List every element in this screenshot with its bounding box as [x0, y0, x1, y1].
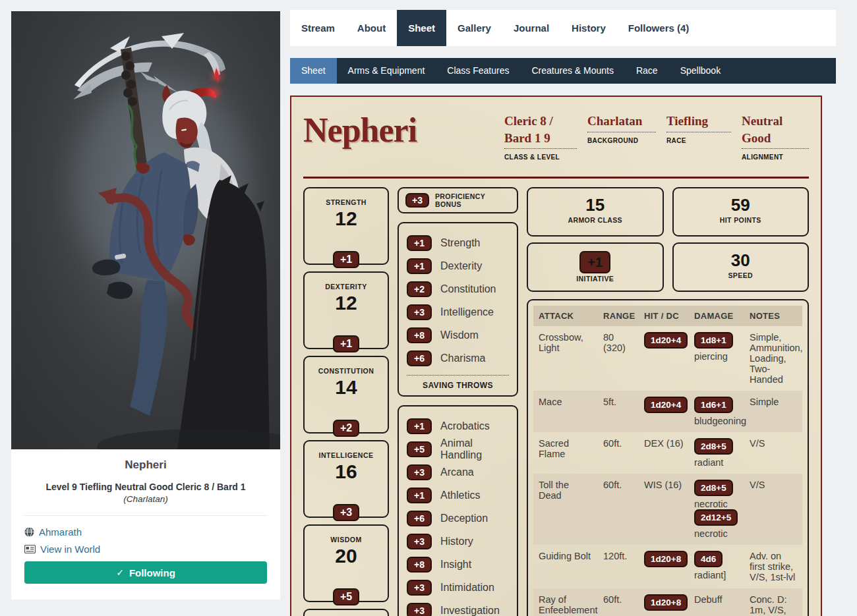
- field-label: ALIGNMENT: [742, 154, 809, 161]
- skill-modifier-badge[interactable]: +1: [407, 488, 432, 503]
- save-modifier-badge[interactable]: +8: [407, 327, 432, 343]
- damage-roll-badge[interactable]: 2d8+5: [694, 480, 733, 496]
- damage-roll-badge[interactable]: 1d6+1: [694, 397, 733, 413]
- save-modifier-badge[interactable]: +2: [407, 281, 432, 297]
- attack-notes-cell: Adv. on first strike, V/S, 1st-lvl: [744, 545, 802, 588]
- damage-roll-badge[interactable]: 2d12+5: [694, 509, 738, 526]
- save-modifier-badge[interactable]: +1: [407, 258, 432, 274]
- save-modifier-badge[interactable]: +1: [407, 235, 432, 251]
- skill-modifier-badge[interactable]: +3: [407, 534, 432, 549]
- hit-roll-badge[interactable]: 1d20+8: [644, 551, 688, 567]
- abilities-column: STRENGTH12+1DEXTERITY12+1CONSTITUTION14+…: [303, 187, 389, 616]
- subtab-arms-equipment[interactable]: Arms & Equipment: [337, 58, 436, 84]
- damage-type-label: radiant: [694, 457, 739, 468]
- ability-modifier-badge[interactable]: +2: [333, 420, 359, 437]
- subtab-class-features[interactable]: Class Features: [436, 58, 520, 84]
- save-modifier-badge[interactable]: +6: [407, 350, 432, 366]
- damage-roll-badge[interactable]: 2d8+5: [694, 438, 733, 455]
- tab-journal[interactable]: Journal: [502, 10, 560, 46]
- attack-notes-cell: Simple: [744, 391, 802, 432]
- damage-roll-badge[interactable]: 1d8+1: [694, 332, 733, 349]
- attack-range-cell: 80 (320): [598, 326, 639, 391]
- tab-gallery[interactable]: Gallery: [446, 10, 502, 46]
- ability-box-constitution: CONSTITUTION14+2: [303, 356, 389, 434]
- stat-label: HIT POINTS: [674, 216, 808, 224]
- skill-modifier-badge[interactable]: +3: [407, 464, 432, 480]
- ability-box-intelligence: INTELLIGENCE16+3: [303, 440, 389, 518]
- attack-col-header: DAMAGE: [689, 306, 744, 326]
- ability-modifier-badge[interactable]: +1: [333, 335, 359, 352]
- skill-row-deception: +6Deception: [407, 507, 509, 530]
- character-summary: Level 9 Tiefling Neutral Good Cleric 8 /…: [24, 482, 267, 492]
- character-sheet: Nepheri Cleric 8 / Bard 1 9CLASS & LEVEL…: [290, 96, 822, 616]
- ability-modifier-badge[interactable]: +5: [333, 588, 359, 605]
- skill-modifier-badge[interactable]: +6: [407, 511, 432, 526]
- stat-value: 30: [674, 251, 808, 270]
- attack-hit-cell: 1d20+4: [639, 326, 689, 391]
- subtab-creatures-mounts[interactable]: Creatures & Mounts: [520, 58, 625, 84]
- skill-row-athletics: +1Athletics: [407, 484, 509, 507]
- ability-score: 16: [305, 461, 388, 483]
- saving-throws-label: SAVING THROWS: [407, 375, 509, 390]
- tab-stream[interactable]: Stream: [290, 10, 346, 46]
- stat-value: 15: [528, 196, 663, 215]
- skill-modifier-badge[interactable]: +8: [407, 557, 432, 573]
- field-value: Cleric 8 / Bard 1 9: [504, 113, 577, 149]
- tab-history[interactable]: History: [560, 10, 617, 46]
- skill-modifier-badge[interactable]: +3: [407, 603, 432, 616]
- hit-roll-badge[interactable]: 1d20+8: [644, 594, 688, 611]
- following-button[interactable]: ✓ Following: [24, 561, 267, 584]
- attack-notes-cell: Simple, Ammunition, Loading, Two-Handed: [744, 326, 802, 391]
- right-column: 15ARMOR CLASS59HIT POINTS+1INITIATIVE30S…: [527, 187, 809, 616]
- skill-name: Athletics: [440, 490, 480, 501]
- stat-label: SPEED: [674, 271, 808, 279]
- attack-row-mace: Mace5ft.1d20+41d6+1bludgeoningSimple: [533, 391, 802, 432]
- save-modifier-badge[interactable]: +3: [407, 304, 432, 320]
- skill-name: Investigation: [440, 605, 500, 616]
- tab-about[interactable]: About: [346, 10, 397, 46]
- subtab-spellbook[interactable]: Spellbook: [669, 58, 732, 84]
- character-portrait-art: [11, 11, 280, 449]
- save-row-dexterity: +1Dexterity: [407, 254, 509, 277]
- damage-type-label: radiant]: [694, 570, 739, 580]
- stat-box-speed: 30SPEED: [672, 242, 810, 292]
- stat-label: INITIATIVE: [528, 275, 663, 283]
- ability-name: INTELLIGENCE: [305, 451, 388, 459]
- stat-box-initiative: +1INITIATIVE: [527, 242, 664, 292]
- attack-hit-cell: DEX (16): [639, 432, 689, 474]
- profile-tabbar: StreamAboutSheetGalleryJournalHistoryFol…: [290, 10, 836, 46]
- subtab-race[interactable]: Race: [625, 58, 669, 84]
- skill-row-investigation: +3Investigation: [407, 599, 509, 616]
- ability-modifier-badge[interactable]: +3: [333, 504, 359, 521]
- view-in-world-link[interactable]: View in World: [24, 544, 267, 555]
- hit-roll-badge[interactable]: 1d20+4: [644, 332, 688, 349]
- save-name: Constitution: [440, 283, 496, 295]
- skill-modifier-badge[interactable]: +3: [407, 580, 432, 596]
- tab-followers-4[interactable]: Followers (4): [617, 10, 701, 46]
- field-class-level: Cleric 8 / Bard 1 9CLASS & LEVEL: [504, 113, 577, 161]
- attack-hit-cell: 1d20+4: [639, 391, 689, 432]
- following-button-label: Following: [129, 567, 175, 578]
- attack-col-header: HIT / DC: [639, 306, 689, 326]
- skill-modifier-badge[interactable]: +1: [407, 418, 432, 434]
- ability-modifier-badge[interactable]: +1: [333, 251, 359, 268]
- view-in-world-label: View in World: [40, 544, 100, 555]
- attack-hit-cell: 1d20+8: [639, 545, 689, 588]
- damage-roll-badge[interactable]: 4d6: [694, 551, 723, 567]
- subtab-sheet[interactable]: Sheet: [290, 58, 337, 84]
- save-row-strength: +1Strength: [407, 231, 509, 254]
- skill-modifier-badge[interactable]: +5: [407, 441, 432, 457]
- field-alignment: Neutral GoodALIGNMENT: [742, 113, 809, 161]
- damage-type-label: bludgeoning: [694, 416, 739, 426]
- ability-box-dexterity: DEXTERITY12+1: [303, 271, 389, 349]
- attack-range-cell: 60ft.: [598, 474, 639, 545]
- save-name: Intelligence: [440, 306, 494, 318]
- field-race: TieflingRACE: [666, 113, 731, 161]
- world-link[interactable]: Ahmarath: [24, 526, 267, 538]
- attack-col-header: RANGE: [598, 306, 639, 326]
- ability-name: WISDOM: [305, 536, 388, 544]
- attack-damage-cell: 2d8+5necrotic2d12+5necrotic: [689, 474, 744, 545]
- hit-roll-badge[interactable]: 1d20+4: [644, 397, 688, 413]
- tab-sheet[interactable]: Sheet: [397, 10, 446, 46]
- skill-row-animal-handling: +5Animal Handling: [407, 437, 509, 461]
